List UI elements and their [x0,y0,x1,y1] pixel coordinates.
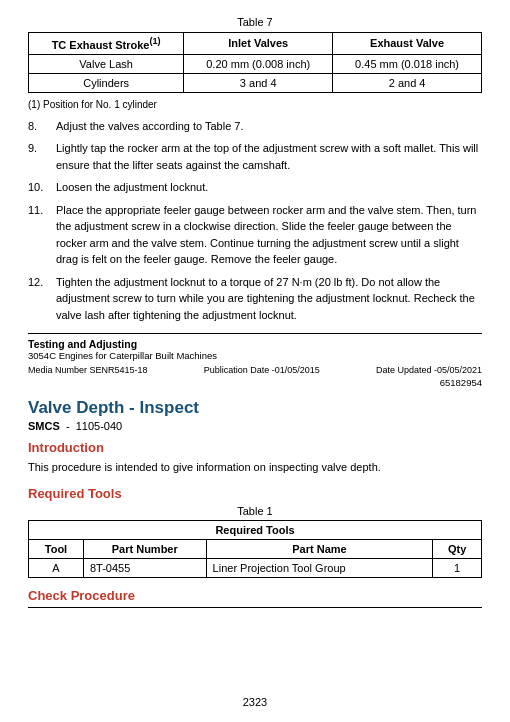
footer-section-title: Testing and Adjusting [28,338,482,350]
cell-exhaust-lash: 0.45 mm (0.018 inch) [333,54,482,73]
step-8-text: Adjust the valves according to Table 7. [56,118,482,135]
smcs-line: SMCS - 1105-040 [28,420,482,432]
updated-date-value: -05/05/2021 [434,365,482,375]
cell-inlet-lash: 0.20 mm (0.008 inch) [184,54,333,73]
table7-caption: Table 7 [28,16,482,28]
step-8: 8. Adjust the valves according to Table … [28,118,482,135]
steps-list: 8. Adjust the valves according to Table … [28,118,482,324]
pub-date-value: -01/05/2015 [272,365,320,375]
table7: TC Exhaust Stroke(1) Inlet Valves Exhaus… [28,32,482,93]
step-9-num: 9. [28,140,50,173]
col-header-inlet-valves: Inlet Valves [184,33,333,55]
cell-tool-a: A [29,558,84,577]
page: Table 7 TC Exhaust Stroke(1) Inlet Valve… [0,0,510,722]
step-8-num: 8. [28,118,50,135]
step-10: 10. Loosen the adjustment locknut. [28,179,482,196]
step-10-num: 10. [28,179,50,196]
table7-header-row: TC Exhaust Stroke(1) Inlet Valves Exhaus… [29,33,482,55]
step-12-text: Tighten the adjustment locknut to a torq… [56,274,482,324]
media-number-value: SENR5415-18 [90,365,148,375]
valve-section-title: Valve Depth - Inspect [28,398,482,418]
col-part-number: Part Number [83,539,206,558]
doc-id: 65182954 [28,377,482,388]
tools-col-header-row: Tool Part Number Part Name Qty [29,539,482,558]
footer-subtitle: 3054C Engines for Caterpillar Built Mach… [28,350,482,361]
step-9: 9. Lightly tap the rocker arm at the top… [28,140,482,173]
intro-text: This procedure is intended to give infor… [28,459,482,476]
cell-part-number: 8T-0455 [83,558,206,577]
cell-part-name: Liner Projection Tool Group [206,558,433,577]
cell-qty: 1 [433,558,482,577]
step-11: 11. Place the appropriate feeler gauge b… [28,202,482,268]
section-divider [28,333,482,334]
page-number: 2323 [0,696,510,708]
table7-section: Table 7 TC Exhaust Stroke(1) Inlet Valve… [28,16,482,110]
smcs-code: - [63,420,73,432]
check-proc-divider [28,607,482,608]
tools-group-header-row: Required Tools [29,520,482,539]
req-tools-heading: Required Tools [28,486,482,501]
check-proc-heading: Check Procedure [28,588,482,603]
smcs-label: SMCS [28,420,60,432]
table7-row-2: Cylinders 3 and 4 2 and 4 [29,73,482,92]
col-tool: Tool [29,539,84,558]
cell-valve-lash: Valve Lash [29,54,184,73]
cell-exhaust-cylinders: 2 and 4 [333,73,482,92]
updated-date: Date Updated -05/05/2021 [376,364,482,375]
cell-cylinders: Cylinders [29,73,184,92]
table1-caption: Table 1 [28,505,482,517]
step-11-num: 11. [28,202,50,268]
valve-section: Valve Depth - Inspect SMCS - 1105-040 In… [28,398,482,608]
footer-meta-row: Media Number SENR5415-18 Publication Dat… [28,364,482,375]
step-9-text: Lightly tap the rocker arm at the top of… [56,140,482,173]
media-number-label: Media Number [28,365,90,375]
media-number: Media Number SENR5415-18 [28,364,148,375]
col-header-exhaust-valve: Exhaust Valve [333,33,482,55]
table7-row-1: Valve Lash 0.20 mm (0.008 inch) 0.45 mm … [29,54,482,73]
pub-date-label: Publication Date [204,365,272,375]
tools-table: Required Tools Tool Part Number Part Nam… [28,520,482,578]
intro-heading: Introduction [28,440,482,455]
table7-footnote: (1) Position for No. 1 cylinder [28,99,482,110]
step-12-num: 12. [28,274,50,324]
step-12: 12. Tighten the adjustment locknut to a … [28,274,482,324]
cell-inlet-cylinders: 3 and 4 [184,73,333,92]
pub-date: Publication Date -01/05/2015 [204,364,320,375]
updated-date-label: Date Updated [376,365,434,375]
step-10-text: Loosen the adjustment locknut. [56,179,482,196]
smcs-code-value: 1105-040 [76,420,123,432]
tools-row-1: A 8T-0455 Liner Projection Tool Group 1 [29,558,482,577]
tools-group-header: Required Tools [29,520,482,539]
col-header-tc-exhaust: TC Exhaust Stroke(1) [29,33,184,55]
col-qty: Qty [433,539,482,558]
col-part-name: Part Name [206,539,433,558]
step-11-text: Place the appropriate feeler gauge betwe… [56,202,482,268]
